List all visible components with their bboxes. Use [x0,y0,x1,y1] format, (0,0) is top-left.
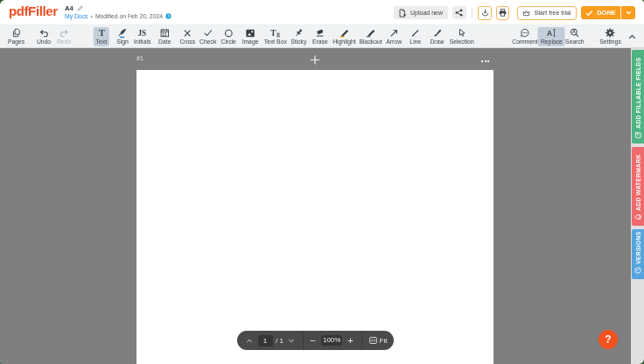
next-page-button[interactable] [286,331,296,350]
done-label: DONE [597,9,616,17]
svg-text:JS: JS [138,29,147,38]
tool-text-button[interactable]: TText [94,27,109,46]
download-button[interactable] [478,6,492,20]
line-icon [411,28,420,38]
pdffiller-logo[interactable]: pdfFiller [9,4,58,18]
tool-textbox-label: Text Box [264,38,287,46]
chevron-up-icon [246,339,253,343]
help-button[interactable]: ? [598,330,618,349]
tool-replace-label: Replace [541,38,563,46]
textbox-icon: T [270,28,281,38]
tool-image-button[interactable]: Image [240,27,262,46]
zoom-level-value: 100% [323,336,340,344]
text-icon: T [96,28,106,38]
draw-icon [432,28,442,38]
redo-icon [60,28,69,38]
tool-sign-label: Sign [116,38,129,46]
download-icon [481,9,489,17]
tool-date-button[interactable]: Date [156,27,173,46]
page-options-button[interactable] [481,60,489,62]
start-free-trial-button[interactable]: Start free trial [517,6,577,20]
search-icon: A [570,28,579,38]
side-tab-watermark[interactable]: ADD WATERMARK [632,147,644,226]
tool-search-button[interactable]: ASearch [563,27,587,46]
modified-timestamp: Modified on Feb 20, 2024 [95,13,163,19]
tool-replace-button[interactable]: AReplace [538,27,565,46]
svg-text:T: T [98,28,104,38]
edit-title-icon[interactable] [77,5,83,11]
tool-sign-button[interactable]: Sign [114,27,131,46]
crown-icon [522,10,530,17]
tool-line-label: Line [410,38,421,46]
fit-button[interactable]: Fit [369,331,388,350]
fields-icon [634,131,641,138]
upload-new-button[interactable]: Upload new [394,6,448,19]
blackout-icon [366,28,376,38]
selection-icon [458,28,466,38]
share-button[interactable] [452,6,466,19]
svg-text:A: A [572,29,576,34]
fit-to-width-icon [369,337,377,344]
tool-settings-label: Settings [599,38,621,46]
side-tab-versions[interactable]: VERSIONS [632,229,644,279]
date-icon [160,28,170,38]
zoom-in-button[interactable]: + [346,331,355,350]
tool-blackout-button[interactable]: Blackout [357,27,385,46]
tool-erase-button[interactable]: Erase [310,27,331,46]
header-divider [472,8,472,18]
print-button[interactable] [496,6,509,20]
done-dropdown-button[interactable] [621,6,635,20]
tool-selection-button[interactable]: Selection [447,27,477,46]
tool-draw-button[interactable]: Draw [427,27,446,46]
side-tab-fillable-fields[interactable]: ADD FILLABLE FIELDS [632,50,644,144]
tool-highlight-button[interactable]: Highlight [330,27,358,46]
tool-cross-button[interactable]: Cross [177,27,198,46]
tool-arrow-button[interactable]: Arrow [383,27,404,46]
chevron-down-icon [288,339,295,343]
tool-search-label: Search [565,38,584,46]
tool-image-label: Image [242,38,259,46]
header: pdfFiller A4 My Docs • Modified on Feb 2… [0,0,644,25]
page-number-input[interactable]: 1 [258,335,273,346]
tool-initials-button[interactable]: JSInitials [131,27,153,46]
toolbar: PagesUndoRedoTTextSignJSInitialsDateCros… [0,25,644,48]
tool-redo-button[interactable]: Redo [54,27,74,46]
tool-comment-button[interactable]: Comment [509,27,540,46]
sign-icon [117,28,128,38]
share-icon [455,9,463,17]
pages-icon [11,28,21,38]
tool-textbox-button[interactable]: TText Box [262,27,290,46]
cross-icon [183,28,192,38]
tool-check-label: Check [200,38,216,46]
erase-icon [315,28,325,38]
clock-icon [634,267,641,274]
document-page[interactable] [136,70,494,364]
tool-text-label: Text [96,38,107,46]
tool-circle-button[interactable]: Circle [219,27,239,46]
tool-sticky-button[interactable]: Sticky [288,27,309,46]
tool-settings-button[interactable]: Settings [597,27,624,46]
pager-divider [303,331,304,350]
check-icon [203,28,213,38]
zoom-level-input[interactable]: 100% [321,335,342,346]
tool-pages-button[interactable]: Pages [5,27,27,46]
ellipsis-dot [487,60,489,62]
svg-text:T: T [270,29,276,38]
tool-undo-label: Undo [37,38,51,46]
toolbar-collapse-button[interactable] [628,34,636,39]
zoom-out-button[interactable]: − [308,331,318,350]
breadcrumb-my-docs[interactable]: My Docs [65,13,88,19]
done-button[interactable]: DONE [581,6,620,20]
tool-highlight-label: Highlight [332,38,355,46]
add-page-button[interactable] [311,55,320,65]
side-tab-fillable-fields-label: ADD FILLABLE FIELDS [635,58,641,129]
tool-check-button[interactable]: Check [197,27,219,46]
tool-selection-label: Selection [450,38,474,46]
page-total-label: / 1 [276,331,284,350]
tool-undo-button[interactable]: Undo [34,27,53,46]
initials-icon: JS [137,28,148,38]
breadcrumb-separator: • [90,13,92,19]
previous-page-button[interactable] [244,331,254,350]
tool-line-button[interactable]: Line [407,27,424,46]
history-clock-icon[interactable] [165,13,172,19]
